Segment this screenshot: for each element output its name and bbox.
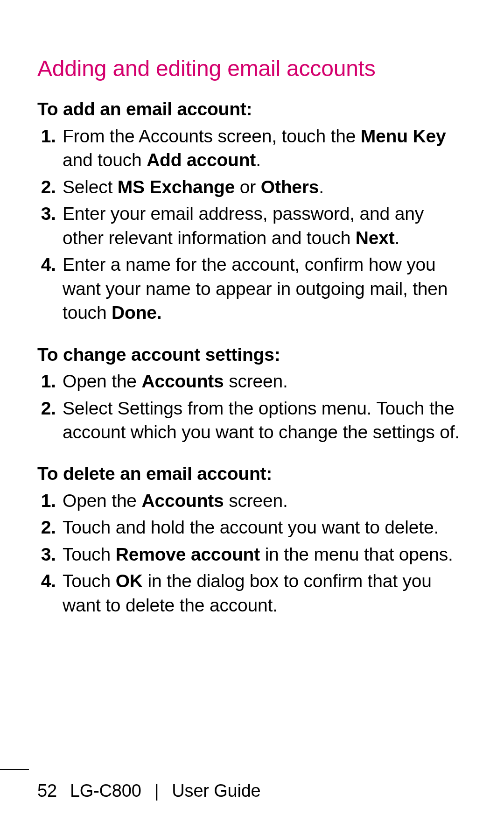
item-text: Touch OK in the dialog box to confirm th… [63, 571, 432, 615]
list-change-settings: 1. Open the Accounts screen. 2. Select S… [37, 369, 467, 444]
item-text: Touch Remove account in the menu that op… [63, 544, 453, 564]
item-number: 1. [37, 369, 56, 393]
item-number: 3. [37, 202, 56, 225]
item-text: Select Settings from the options menu. T… [63, 398, 460, 442]
list-item: 1. Open the Accounts screen. [37, 489, 467, 513]
page: Adding and editing email accounts To add… [0, 0, 504, 822]
section-title: Adding and editing email accounts [37, 54, 467, 83]
item-text: Select MS Exchange or Others. [63, 177, 324, 197]
item-text: Open the Accounts screen. [63, 371, 288, 391]
item-number: 4. [37, 569, 56, 593]
list-item: 4. Enter a name for the account, confirm… [37, 253, 467, 324]
list-item: 1. Open the Accounts screen. [37, 369, 467, 393]
footer-divider [0, 769, 29, 770]
subhead-delete-email: To delete an email account: [37, 462, 467, 485]
document-label: User Guide [172, 779, 260, 802]
item-text: Touch and hold the account you want to d… [63, 517, 439, 537]
footer-separator: | [154, 779, 159, 802]
list-add-email: 1. From the Accounts screen, touch the M… [37, 124, 467, 325]
item-number: 2. [37, 515, 56, 539]
item-text: From the Accounts screen, touch the Menu… [63, 126, 446, 170]
item-number: 3. [37, 542, 56, 566]
list-item: 3. Enter your email address, password, a… [37, 202, 467, 250]
page-number: 52 [37, 779, 57, 802]
list-delete-email: 1. Open the Accounts screen. 2. Touch an… [37, 489, 467, 617]
list-item: 2. Select Settings from the options menu… [37, 396, 467, 444]
product-model: LG-C800 [70, 779, 141, 802]
item-number: 4. [37, 253, 56, 276]
item-text: Open the Accounts screen. [63, 491, 288, 511]
item-number: 1. [37, 124, 56, 148]
subhead-change-settings: To change account settings: [37, 343, 467, 366]
item-number: 2. [37, 175, 56, 199]
item-number: 2. [37, 396, 56, 420]
item-number: 1. [37, 489, 56, 513]
subhead-add-email: To add an email account: [37, 97, 467, 121]
list-item: 1. From the Accounts screen, touch the M… [37, 124, 467, 172]
page-footer: 52 LG-C800 | User Guide [0, 779, 504, 802]
list-item: 3. Touch Remove account in the menu that… [37, 542, 467, 566]
item-text: Enter a name for the account, confirm ho… [63, 254, 448, 323]
list-item: 4. Touch OK in the dialog box to confirm… [37, 569, 467, 617]
list-item: 2. Select MS Exchange or Others. [37, 175, 467, 199]
item-text: Enter your email address, password, and … [63, 204, 424, 247]
list-item: 2. Touch and hold the account you want t… [37, 515, 467, 539]
